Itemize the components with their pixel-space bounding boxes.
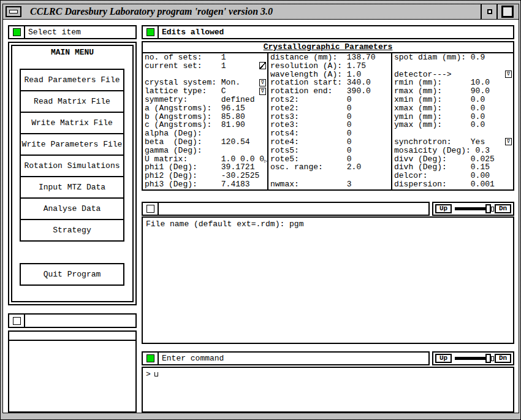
param-text: rote4: 0	[270, 137, 352, 147]
param-row-symmetry[interactable]: symmetry: defined	[143, 96, 267, 104]
param-text	[394, 129, 399, 138]
green-indicator-icon	[146, 28, 154, 36]
param-row-phi1-deg[interactable]: phi1 (Deg): 39.1721	[143, 163, 267, 172]
param-row-ymax-mm[interactable]: ymax (mm): 0.0	[392, 121, 513, 129]
menu-button-write-parameters-file[interactable]: Write Parameters File	[20, 133, 124, 156]
param-row-rote5[interactable]: rote5: 0	[268, 155, 391, 164]
command-input-area[interactable]: >	[142, 367, 514, 413]
param-row-nwmax[interactable]: nwmax: 3	[268, 180, 391, 189]
param-row-wavelength-a[interactable]: wavelength (A): 1.0	[268, 71, 391, 79]
scroll-down-button[interactable]: Dn	[495, 354, 511, 363]
menu-button-write-matrix-file[interactable]: Write Matrix File	[20, 112, 124, 134]
scroll-thumb[interactable]	[485, 354, 491, 363]
param-row-blank	[392, 129, 513, 138]
select-item-label: Select item	[25, 26, 81, 38]
green-indicator-icon	[13, 28, 21, 36]
edits-allowed-header: Edits allowed	[142, 25, 514, 39]
param-text: mosaicity (Deg): 0.3	[394, 146, 490, 155]
window-iconify-button[interactable]	[487, 9, 492, 14]
param-row-dispersion[interactable]: dispersion: 0.001	[392, 180, 513, 189]
menu-button-strategy[interactable]: Strategy	[20, 219, 124, 242]
window-maximize-button[interactable]	[501, 6, 514, 18]
param-row-rots2[interactable]: rots2: 0	[268, 96, 391, 104]
param-row-osc-range[interactable]: osc. range: 2.0	[268, 163, 391, 172]
param-text: xmax (mm): 0.0	[394, 104, 485, 113]
edits-allowed-label: Edits allowed	[159, 26, 224, 38]
param-row-rotation-start[interactable]: rotation start: 340.0	[268, 78, 391, 87]
param-text: c (Angstroms): 81.90	[145, 120, 245, 129]
param-row-mosaicity-deg[interactable]: mosaicity (Deg): 0.3	[392, 147, 513, 155]
param-text: distance (mm): 138.70	[270, 53, 376, 62]
param-row-phi3-deg[interactable]: phi3 (Deg): 7.4183	[143, 180, 267, 189]
param-row-ymin-mm[interactable]: ymin (mm): 0.0	[392, 113, 513, 121]
scroll-down-button[interactable]: Dn	[495, 204, 511, 213]
param-row-divv-deg[interactable]: divv (Deg): 0.025	[392, 155, 513, 164]
message-indicator-cell	[9, 315, 25, 327]
param-text: divh (Deg): 0.15	[394, 162, 490, 172]
dropdown-icon[interactable]: ∇	[259, 79, 266, 86]
select-item-header: Select item	[8, 25, 137, 39]
param-text: resolution (A): 1.75	[270, 61, 366, 71]
param-row-rots4[interactable]: rots4: 0	[268, 129, 391, 138]
param-row-phi2-deg[interactable]: phi2 (Deg): -30.2525	[143, 172, 267, 180]
scroll-thumb[interactable]	[485, 204, 491, 213]
dropdown-icon[interactable]: ∇	[259, 88, 266, 95]
param-text: phi2 (Deg): -30.2525	[145, 171, 259, 180]
param-row-rots3[interactable]: rots3: 0	[268, 113, 391, 121]
param-text: U matrix: 1.0 0.0 0	[145, 155, 264, 164]
param-row-beta-deg[interactable]: beta (Deg): 120.54	[143, 138, 267, 147]
param-text: rots5: 0	[270, 146, 352, 155]
param-row-distance-mm[interactable]: distance (mm): 138.70	[268, 53, 391, 62]
param-row-alpha-deg[interactable]: alpha (Deg):	[143, 129, 267, 138]
titlebar: CCLRC Daresbury Laboratory program 'rotg…	[2, 4, 519, 20]
menu-button-read-matrix-file[interactable]: Read Matrix File	[20, 90, 124, 113]
param-row-rote2[interactable]: rote2: 0	[268, 104, 391, 113]
param-text: phi1 (Deg): 39.1721	[145, 162, 254, 172]
menu-button-analyse-data[interactable]: Analyse Data	[20, 197, 124, 220]
param-row-a-angstroms[interactable]: a (Angstroms): 96.15	[143, 104, 267, 113]
menu-button-rotation-simulations[interactable]: Rotation Simulations	[20, 155, 124, 177]
param-row-rots5[interactable]: rots5: 0	[268, 147, 391, 155]
window-menu-button[interactable]	[6, 6, 21, 17]
param-row-current-set[interactable]: current set: 1	[143, 62, 267, 71]
param-row-divh-deg[interactable]: divh (Deg): 0.15	[392, 163, 513, 172]
command-header-label: Enter command	[159, 353, 224, 364]
params-title: Crystallographic Parameters	[143, 42, 513, 53]
param-text: crystal system: Mon.	[145, 78, 240, 87]
param-row-xmin-mm[interactable]: xmin (mm): 0.0	[392, 96, 513, 104]
param-row-resolution-a[interactable]: resolution (A): 1.75	[268, 62, 391, 71]
edit-pointer-icon[interactable]	[259, 62, 266, 69]
param-row-gamma-deg[interactable]: gamma (Deg):	[143, 147, 267, 155]
white-indicator-icon	[13, 317, 21, 325]
main-menu-title: MAIN MENU	[8, 48, 137, 57]
message-header-label	[25, 315, 28, 327]
crystallographic-parameters-panel: Crystallographic Parameters no. of sets:…	[142, 41, 514, 191]
param-row-b-angstroms[interactable]: b (Angstroms): 85.80	[143, 113, 267, 121]
param-row-rmax-mm[interactable]: rmax (mm): 90.0	[392, 87, 513, 96]
param-row-lattice-type[interactable]: lattice type: C∇	[143, 87, 267, 96]
param-text: divv (Deg): 0.025	[394, 155, 495, 164]
param-text: osc. range: 2.0	[270, 162, 361, 172]
param-row-rmin-mm[interactable]: rmin (mm): 10.0	[392, 78, 513, 87]
quit-program-button[interactable]: Quit Program	[20, 263, 124, 286]
dropdown-icon[interactable]: ∇	[505, 138, 512, 145]
param-row-delcor[interactable]: delcor: 0.00	[392, 172, 513, 180]
scroll-up-button[interactable]: Up	[435, 354, 452, 363]
dropdown-icon[interactable]: ∇	[505, 71, 512, 78]
param-row-spot-diam-mm[interactable]: spot diam (mm): 0.9	[392, 53, 513, 62]
menu-button-read-parameters-file[interactable]: Read Parameters File	[20, 69, 124, 91]
command-indicator-cell	[143, 353, 159, 364]
param-row-no-of-sets[interactable]: no. of sets: 1	[143, 53, 267, 62]
param-row-xmax-mm[interactable]: xmax (mm): 0.0	[392, 104, 513, 113]
param-row-rote3[interactable]: rote3: 0	[268, 121, 391, 129]
scroll-up-button[interactable]: Up	[435, 204, 452, 213]
param-row-crystal-system[interactable]: crystal system: Mon.∇	[143, 78, 267, 87]
scroll-track	[455, 357, 490, 360]
param-row-synchrotron[interactable]: synchrotron: Yes∇	[392, 138, 513, 147]
param-row-u-matrix[interactable]: U matrix: 1.0 0.0 0▷	[143, 155, 267, 164]
param-row-detector[interactable]: detector---> ∇	[392, 71, 513, 79]
param-row-c-angstroms[interactable]: c (Angstroms): 81.90	[143, 121, 267, 129]
menu-button-input-mtz-data[interactable]: Input MTZ Data	[20, 176, 124, 199]
param-row-rote4[interactable]: rote4: 0	[268, 138, 391, 147]
param-row-rotation-end[interactable]: rotation end: 390.0	[268, 87, 391, 96]
